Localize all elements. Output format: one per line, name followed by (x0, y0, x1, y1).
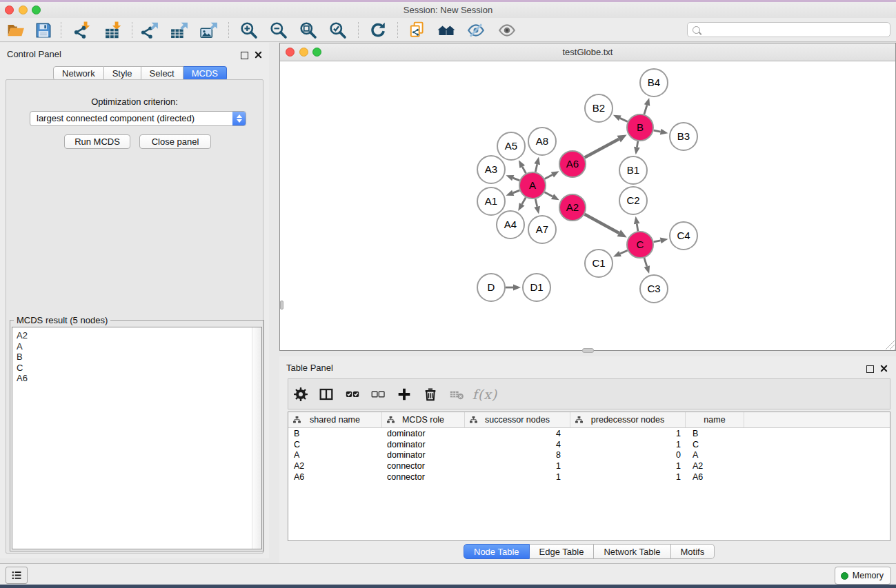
table-cell[interactable]: B (686, 429, 744, 438)
column-header-mcds-role[interactable]: MCDS role (382, 412, 465, 427)
table-cell[interactable]: A (288, 450, 382, 460)
graph-edge-B-B4[interactable] (644, 105, 647, 114)
graph-edge-A-A2[interactable] (545, 192, 553, 196)
table-cell[interactable]: C (686, 440, 744, 449)
column-header-successor-nodes[interactable]: successor nodes (465, 412, 570, 427)
graph-edge-A-A4[interactable] (522, 197, 526, 204)
settings-icon[interactable] (294, 387, 308, 401)
graph-node-B3[interactable]: B3 (670, 123, 697, 150)
column-header-shared-name[interactable]: shared name (288, 412, 382, 427)
network-window-titlebar[interactable]: testGlobe.txt (280, 43, 895, 61)
table-cell[interactable]: connector (382, 461, 465, 471)
show-columns-icon[interactable] (319, 387, 334, 401)
table-cell[interactable]: 8 (465, 450, 570, 460)
graph-node-B1[interactable]: B1 (619, 156, 647, 184)
tab-node-table[interactable]: Node Table (464, 544, 530, 559)
table-cell[interactable]: A6 (288, 472, 382, 482)
table-cell[interactable]: A2 (686, 461, 744, 471)
graph-node-A[interactable]: A (519, 172, 546, 199)
graph-node-C2[interactable]: C2 (619, 187, 647, 214)
table-cell[interactable]: 0 (570, 450, 686, 460)
zoom-fit-icon[interactable] (299, 21, 318, 40)
mcds-result-item[interactable]: A (17, 341, 261, 352)
mcds-result-item[interactable]: A6 (17, 373, 261, 384)
column-header-name[interactable]: name (686, 412, 744, 427)
duplicate-network-icon[interactable] (408, 21, 427, 40)
export-table-icon[interactable] (170, 21, 189, 40)
graph-node-A5[interactable]: A5 (497, 132, 525, 160)
show-panel-icon[interactable] (497, 21, 517, 40)
table-cell[interactable]: 1 (570, 461, 686, 471)
table-cell[interactable]: 1 (570, 472, 686, 482)
task-history-button[interactable] (6, 567, 28, 584)
graph-edge-A-A6[interactable] (545, 175, 552, 179)
table-cell[interactable]: dominator (382, 429, 465, 438)
table-cell[interactable]: A (686, 450, 744, 460)
zoom-selected-icon[interactable] (328, 21, 348, 40)
float-panel-icon[interactable] (241, 52, 248, 59)
refresh-icon[interactable] (368, 21, 388, 40)
graph-node-A7[interactable]: A7 (528, 216, 556, 243)
table-cell[interactable]: 1 (465, 472, 570, 482)
table-cell[interactable]: 1 (570, 429, 686, 438)
graph-edge-C-C1[interactable] (620, 250, 628, 254)
table-cell[interactable]: A6 (686, 472, 744, 482)
table-row[interactable]: Cdominator41C (288, 439, 890, 450)
graph-node-D1[interactable]: D1 (523, 274, 550, 301)
graph-node-C3[interactable]: C3 (640, 275, 668, 303)
hide-panel-icon[interactable] (466, 21, 486, 40)
graph-node-A1[interactable]: A1 (477, 187, 505, 215)
zoom-out-icon[interactable] (269, 21, 288, 40)
mcds-result-item[interactable]: C (17, 363, 261, 374)
mcds-result-item[interactable]: B (17, 352, 261, 363)
graph-edge-C-C3[interactable] (644, 258, 647, 266)
graph-edge-A2-C[interactable] (585, 214, 619, 233)
delete-row-icon[interactable] (424, 387, 438, 401)
graph-node-D[interactable]: D (477, 274, 505, 301)
graph-node-A6[interactable]: A6 (559, 151, 586, 177)
column-header-predecessor-nodes[interactable]: predecessor nodes (570, 412, 686, 427)
export-network-icon[interactable] (140, 21, 159, 40)
tab-style[interactable]: Style (104, 66, 141, 81)
graph-node-B[interactable]: B (627, 114, 653, 141)
graph-edge-A-A7[interactable] (535, 199, 537, 207)
table-cell[interactable]: 4 (465, 440, 570, 449)
graph-edge-A-A8[interactable] (535, 164, 537, 172)
table-row[interactable]: Adominator80A (288, 450, 890, 461)
main-titlebar[interactable]: Session: New Session (0, 2, 896, 18)
horizontal-scroll-thumb[interactable] (582, 348, 594, 353)
table-cell[interactable]: dominator (382, 440, 465, 449)
table-row[interactable]: A2connector11A2 (288, 460, 890, 472)
close-panel-icon[interactable] (255, 49, 262, 61)
table-cell[interactable]: 1 (465, 461, 570, 471)
vertical-scroll-thumb[interactable] (280, 301, 283, 310)
table-cell[interactable]: C (288, 440, 382, 449)
zoom-in-icon[interactable] (239, 21, 259, 40)
close-panel-button[interactable]: Close panel (139, 134, 211, 149)
graph-edge-A6-B[interactable] (585, 139, 619, 158)
result-scrollbar[interactable] (252, 327, 261, 549)
network-graph[interactable]: B4B2BB3A5A8A6B1A3AA1C2A2A4A7C4CC1C3DD1 (280, 61, 895, 350)
tab-motifs[interactable]: Motifs (671, 544, 715, 559)
table-cell[interactable]: 4 (465, 429, 570, 438)
table-cell[interactable]: B (288, 429, 382, 438)
table-cell[interactable]: dominator (382, 450, 465, 460)
graph-node-C1[interactable]: C1 (585, 250, 613, 277)
home-layout-icon[interactable] (437, 21, 456, 40)
graph-edge-C-C4[interactable] (654, 241, 661, 242)
import-network-icon[interactable] (73, 21, 92, 40)
graph-edge-C-C2[interactable] (637, 224, 638, 232)
tab-mcds[interactable]: MCDS (183, 66, 227, 81)
add-row-icon[interactable] (397, 387, 412, 401)
table-row[interactable]: Bdominator41B (288, 428, 890, 439)
graph-edge-B-B2[interactable] (620, 118, 628, 121)
graph-edge-B-B3[interactable] (654, 130, 661, 132)
close-table-panel-icon[interactable] (880, 363, 888, 375)
export-image-icon[interactable] (199, 21, 219, 40)
graph-node-B4[interactable]: B4 (640, 69, 668, 97)
import-table-icon[interactable] (104, 21, 123, 40)
select-all-icon[interactable] (346, 387, 360, 401)
table-cell[interactable]: A2 (288, 461, 382, 471)
graph-node-B2[interactable]: B2 (585, 94, 613, 122)
float-table-panel-icon[interactable] (866, 365, 874, 373)
